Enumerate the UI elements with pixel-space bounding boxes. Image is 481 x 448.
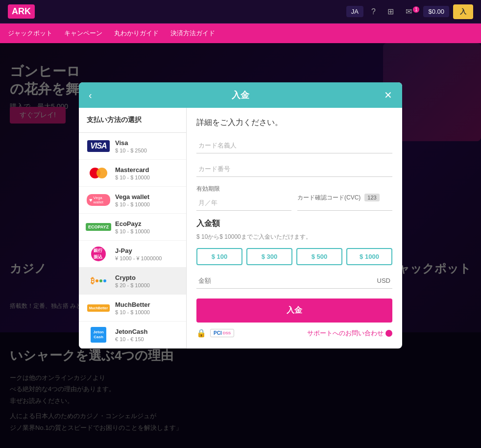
subnav-payment[interactable]: 決済方法ガイド (170, 29, 215, 38)
navbar: ARK JA ? ⊞ ✉ 1 $0.00 入 (0, 0, 481, 24)
payment-form: 詳細をご入力ください。 有効期限 カード確認コード(CVC) 123 (187, 108, 402, 348)
security-icons: 🔒 PCI DSS (196, 328, 234, 338)
deposit-button[interactable]: 入金 (196, 299, 392, 323)
expiry-label: 有効期限 (196, 185, 291, 193)
subnav: ジャックポット キャンペーン 丸わかりガイド 決済方法ガイド (0, 24, 481, 43)
form-subtitle: 詳細をご入力ください。 (196, 118, 392, 128)
crypto-logo: ₿ (87, 274, 110, 288)
vegawallet-info: Vega wallet $ 10 - $ 10000 (115, 193, 150, 207)
jpay-logo: 銀行振込 (87, 247, 110, 261)
amount-500-button[interactable]: $ 500 (296, 248, 342, 265)
mastercard-info: Mastercard $ 10 - $ 10000 (115, 166, 150, 180)
payment-item-vegawallet[interactable]: ♥ Vega wallet Vega wallet $ 10 - $ 10000 (79, 187, 186, 214)
payment-item-jpay[interactable]: 銀行振込 J-Pay ¥ 1000 - ¥ 1000000 (79, 241, 186, 268)
expiry-cvc-row: 有効期限 カード確認コード(CVC) 123 (196, 185, 392, 211)
expiry-section: 有効期限 (196, 185, 291, 211)
modal-body: 支払い方法の選択 VISA Visa $ 10 - $ 2500 (79, 108, 402, 348)
mail-badge: 1 (413, 6, 420, 13)
modal-title: 入金 (97, 89, 384, 101)
payment-sidebar: 支払い方法の選択 VISA Visa $ 10 - $ 2500 (79, 108, 187, 348)
muchbetter-info: MuchBetter $ 10 - $ 10000 (115, 301, 150, 315)
support-link[interactable]: サポートへのお問い合わせ (307, 329, 392, 338)
crypto-info: Crypto $ 20 - $ 10000 (115, 274, 150, 288)
muchbetter-logo: MuchBetter (87, 300, 110, 315)
ecopayz-info: EcoPayz $ 10 - $ 10000 (115, 220, 150, 234)
cvc-icon: 123 (364, 194, 379, 201)
cvc-label: カード確認コード(CVC) (297, 194, 361, 202)
modal-close-button[interactable]: ✕ (384, 89, 392, 101)
amount-100-button[interactable]: $ 100 (196, 248, 242, 265)
mastercard-logo (87, 166, 110, 180)
payment-item-visa[interactable]: VISA Visa $ 10 - $ 2500 (79, 133, 186, 160)
help-icon[interactable]: ? (367, 5, 380, 18)
support-dot-icon (385, 330, 392, 337)
currency-label: USD (375, 273, 392, 288)
logo: ARK (8, 4, 35, 19)
navbar-right: JA ? ⊞ ✉ 1 $0.00 入 (346, 4, 473, 19)
cardholder-input[interactable] (196, 138, 392, 153)
amount-300-button[interactable]: $ 300 (246, 248, 292, 265)
amount-hint: $ 10から$ 10000までご入金いただけます。 (196, 233, 392, 241)
vegawallet-logo: ♥ Vega wallet (87, 193, 110, 207)
payment-item-crypto[interactable]: ₿ Crypto $ 20 - $ 10000 (79, 268, 186, 295)
payment-item-mastercard[interactable]: Mastercard $ 10 - $ 10000 (79, 160, 186, 187)
balance-button[interactable]: $0.00 (423, 6, 449, 17)
background-content: ゴンヒーロ の花弁を舞 購入で、最大5,000 すぐプレイ! カジノ 搭載数！定… (0, 43, 481, 448)
modal-overlay: ‹ 入金 ✕ 支払い方法の選択 VISA Visa $ 10 (0, 43, 481, 448)
jpay-info: J-Pay ¥ 1000 - ¥ 1000000 (115, 247, 162, 261)
amount-input-row: USD (196, 273, 392, 289)
cvc-section: カード確認コード(CVC) 123 (297, 185, 392, 211)
sidebar-title: 支払い方法の選択 (79, 108, 186, 133)
games-icon[interactable]: ⊞ (384, 5, 398, 18)
modal-footer: 🔒 PCI DSS サポートへのお問い合わせ (196, 328, 392, 338)
expiry-input[interactable] (196, 195, 291, 211)
payment-item-jetoncash[interactable]: JetonCash JetonCash € 10 - € 150 (79, 322, 186, 348)
pci-badge: PCI DSS (210, 329, 234, 337)
language-button[interactable]: JA (346, 6, 363, 17)
amount-buttons: $ 100 $ 300 $ 500 $ 1000 (196, 248, 392, 265)
subnav-jackpot[interactable]: ジャックポット (8, 29, 52, 38)
support-text: サポートへのお問い合わせ (307, 329, 384, 338)
cardnumber-input[interactable] (196, 161, 392, 177)
ecopayz-logo: ecoPayz (87, 220, 110, 234)
deposit-modal: ‹ 入金 ✕ 支払い方法の選択 VISA Visa $ 10 (79, 82, 402, 348)
amount-input[interactable] (196, 273, 375, 288)
subnav-guide[interactable]: 丸わかりガイド (114, 29, 159, 38)
jetoncash-logo: JetonCash (87, 327, 110, 342)
lock-icon: 🔒 (196, 328, 206, 338)
amount-title: 入金額 (196, 219, 392, 229)
jetoncash-info: JetonCash € 10 - € 150 (115, 328, 147, 342)
modal-header: ‹ 入金 ✕ (79, 82, 402, 108)
visa-logo: VISA (87, 139, 110, 153)
modal-back-button[interactable]: ‹ (89, 90, 92, 101)
amount-1000-button[interactable]: $ 1000 (346, 248, 392, 265)
payment-item-muchbetter[interactable]: MuchBetter MuchBetter $ 10 - $ 10000 (79, 295, 186, 322)
payment-item-ecopayz[interactable]: ecoPayz EcoPayz $ 10 - $ 10000 (79, 214, 186, 241)
subnav-campaign[interactable]: キャンペーン (64, 29, 102, 38)
login-button[interactable]: 入 (453, 4, 473, 19)
visa-info: Visa $ 10 - $ 2500 (115, 139, 147, 153)
